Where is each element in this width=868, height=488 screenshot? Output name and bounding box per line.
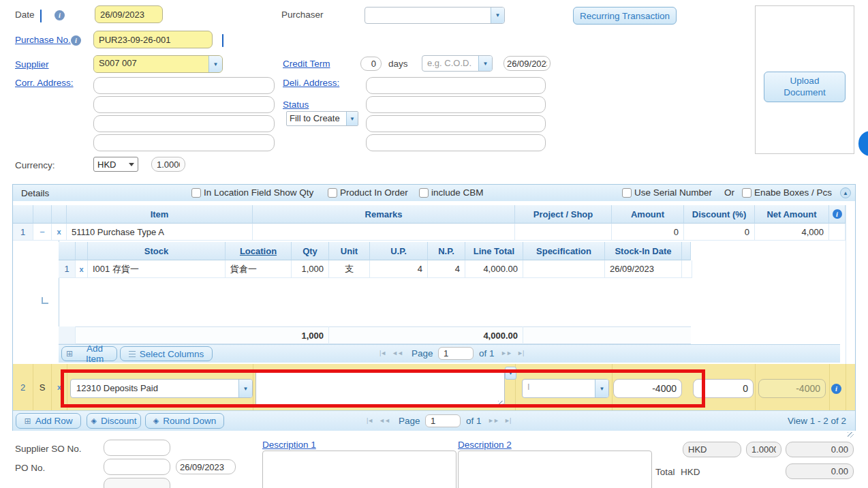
- deli-address-input-1[interactable]: [366, 77, 546, 94]
- pager-first-icon[interactable]: |◄: [367, 417, 373, 424]
- status-combobox[interactable]: Fill to Create ▼: [286, 111, 358, 126]
- in-location-show-qty-checkbox[interactable]: [191, 188, 201, 198]
- corr-address-input-2[interactable]: [93, 96, 275, 113]
- row2-remarks-textarea[interactable]: [255, 371, 505, 406]
- deli-address-link[interactable]: Deli. Address:: [283, 78, 339, 88]
- column-header-amount[interactable]: Amount: [612, 205, 684, 224]
- select-columns-button[interactable]: Select Columns: [120, 346, 213, 361]
- sub-pager-last-icon[interactable]: ►|: [517, 350, 523, 356]
- net-amount-info-icon[interactable]: i: [833, 209, 842, 219]
- column-header-item[interactable]: Item: [67, 205, 253, 224]
- credit-term-date-input[interactable]: [503, 56, 551, 71]
- row1-delete-icon[interactable]: x: [52, 224, 67, 241]
- sub-pager-prev-icon[interactable]: ◄◄: [392, 350, 403, 356]
- po-no-input[interactable]: [104, 459, 170, 475]
- row1-amount-cell[interactable]: 0: [612, 224, 684, 241]
- status-dropdown-icon[interactable]: ▼: [346, 112, 358, 125]
- subrow-delete-icon[interactable]: x: [76, 260, 88, 278]
- subrow-unit-cell[interactable]: 支: [329, 260, 370, 278]
- description1-textarea[interactable]: [262, 451, 456, 488]
- sub-pager-first-icon[interactable]: |◄: [379, 350, 386, 356]
- sub-column-np[interactable]: N.P.: [428, 242, 465, 260]
- po-date-input[interactable]: [176, 459, 236, 474]
- subrow-np-cell[interactable]: 4: [428, 260, 465, 278]
- round-down-button[interactable]: ◈Round Down: [145, 413, 224, 429]
- sub-column-line-total[interactable]: Line Total: [465, 242, 523, 260]
- date-checkbox[interactable]: [40, 10, 42, 22]
- corr-address-input-1[interactable]: [93, 77, 275, 94]
- subrow-qty-cell[interactable]: 1,000: [292, 260, 329, 278]
- enable-boxes-checkbox[interactable]: [742, 188, 751, 198]
- column-header-project[interactable]: Project / Shop: [515, 205, 612, 224]
- description2-link[interactable]: Description 2: [458, 440, 512, 450]
- row2-remarks-dropdown-icon[interactable]: ▼: [505, 367, 516, 380]
- date-info-icon[interactable]: i: [55, 10, 65, 20]
- deli-address-input-3[interactable]: [366, 115, 546, 132]
- add-item-button[interactable]: ⊞Add Item: [61, 346, 117, 361]
- purchase-no-checkbox[interactable]: [222, 34, 223, 47]
- sub-column-specification[interactable]: Specification: [523, 242, 605, 260]
- grid-resize-handle[interactable]: [848, 432, 854, 438]
- row2-account-combobox[interactable]: 12310 Deposits Paid ▼: [70, 379, 253, 398]
- row2-info-icon[interactable]: i: [831, 384, 841, 394]
- row2-amount-input[interactable]: [613, 379, 682, 398]
- row1-net-cell[interactable]: 4,000: [755, 224, 829, 241]
- subrow-specification-cell[interactable]: [523, 260, 605, 278]
- sub-column-stock[interactable]: Stock: [88, 242, 226, 260]
- side-tab-handle[interactable]: [858, 131, 868, 156]
- subrow-location-cell[interactable]: 貨倉一: [226, 260, 292, 278]
- row2-project-combobox[interactable]: I ▼: [522, 379, 609, 398]
- sub-pager-page-input[interactable]: [438, 347, 474, 360]
- row2-remarks-resize-handle[interactable]: [498, 401, 503, 406]
- date-input[interactable]: [95, 5, 163, 23]
- discount-button[interactable]: ◈Discount: [87, 413, 141, 429]
- row1-item-cell[interactable]: 51110 Purchase Type A: [67, 224, 253, 241]
- description2-textarea[interactable]: [458, 451, 652, 488]
- extra-ref-input[interactable]: [104, 478, 170, 488]
- row2-project-dropdown-icon[interactable]: ▼: [595, 380, 608, 397]
- deli-address-input-4[interactable]: [366, 134, 546, 151]
- row1-collapse-toggle[interactable]: −: [33, 224, 52, 241]
- supplier-link[interactable]: Supplier: [15, 59, 49, 70]
- product-in-order-checkbox[interactable]: [328, 188, 337, 198]
- corr-address-link[interactable]: Corr. Address:: [15, 78, 74, 88]
- supplier-combobox[interactable]: S007 007 ▼: [93, 55, 223, 73]
- sub-column-unit[interactable]: Unit: [329, 242, 370, 260]
- row1-discount-cell[interactable]: 0: [684, 224, 755, 241]
- status-link[interactable]: Status: [283, 100, 309, 110]
- use-serial-number-checkbox[interactable]: [622, 188, 632, 198]
- recurring-transaction-button[interactable]: Recurring Transaction: [573, 7, 677, 25]
- pager-prev-icon[interactable]: ◄◄: [379, 417, 390, 424]
- sub-column-qty[interactable]: Qty: [292, 242, 329, 260]
- credit-term-dropdown-icon[interactable]: ▼: [478, 56, 492, 71]
- subrow-stock-in-date-cell[interactable]: 26/09/2023: [605, 260, 682, 278]
- supplier-so-input[interactable]: [104, 440, 170, 456]
- column-header-net-amount[interactable]: Net Amount: [755, 205, 829, 224]
- purchaser-combobox[interactable]: ▼: [365, 7, 505, 24]
- currency-select[interactable]: HKD: [93, 157, 138, 172]
- purchase-no-info-icon[interactable]: i: [71, 35, 81, 46]
- sub-pager-next-icon[interactable]: ►►: [501, 350, 512, 356]
- purchaser-dropdown-icon[interactable]: ▼: [491, 7, 504, 23]
- row2-discount-input[interactable]: [693, 379, 754, 398]
- upload-document-button[interactable]: Upload Document: [764, 72, 846, 102]
- purchase-no-input[interactable]: [93, 31, 213, 48]
- purchase-no-link[interactable]: Purchase No.: [15, 35, 71, 45]
- subrow-stock-cell[interactable]: I001 存貨一: [88, 260, 226, 278]
- deli-address-input-2[interactable]: [366, 96, 546, 113]
- row2-delete-icon[interactable]: x: [52, 364, 67, 410]
- row2-account-dropdown-icon[interactable]: ▼: [238, 380, 252, 397]
- sub-column-stock-in-date[interactable]: Stock-In Date: [605, 242, 682, 260]
- column-header-discount[interactable]: Discount (%): [684, 205, 755, 224]
- row1-project-cell[interactable]: [515, 224, 612, 241]
- row1-remarks-cell[interactable]: [253, 224, 515, 241]
- sub-column-up[interactable]: U.P.: [370, 242, 428, 260]
- collapse-panel-icon[interactable]: ▲: [840, 187, 851, 198]
- description1-link[interactable]: Description 1: [262, 440, 316, 450]
- include-cbm-checkbox[interactable]: [419, 188, 429, 198]
- credit-term-days-input[interactable]: [360, 57, 382, 71]
- corr-address-input-3[interactable]: [93, 115, 275, 132]
- subrow-up-cell[interactable]: 4: [370, 260, 428, 278]
- add-row-button[interactable]: ⊞Add Row: [16, 413, 81, 429]
- pager-next-icon[interactable]: ►►: [488, 417, 499, 424]
